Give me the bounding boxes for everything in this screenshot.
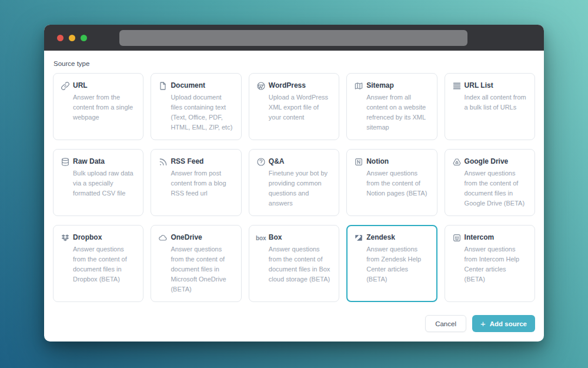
card-title: Document [171,81,233,91]
card-description: Finetune your bot by providing common qu… [269,168,332,208]
database-icon [61,157,70,167]
url-bar[interactable] [119,30,467,46]
cancel-button[interactable]: Cancel [425,315,466,332]
card-description: Answer questions from the content of doc… [171,244,233,294]
zendesk-icon [354,233,363,243]
card-title: Dropbox [73,233,136,243]
source-card-onedrive[interactable]: OneDrive Answer questions from the conte… [151,225,241,302]
card-title: Raw Data [73,157,136,167]
onedrive-icon [158,233,168,243]
card-title: Zendesk [366,233,429,243]
card-title: OneDrive [171,233,233,243]
wordpress-icon [256,81,266,91]
card-description: Answer questions from the content of doc… [269,244,332,284]
card-title: Q&A [269,157,332,167]
traffic-lights [57,35,87,41]
minimize-button[interactable] [69,35,75,41]
card-description: Answer from post content from a blog RSS… [171,168,233,198]
source-card-url[interactable]: URL Answer from the content from a singl… [53,73,143,140]
card-description: Answer from the content from a single we… [73,92,136,122]
dropbox-icon [61,233,70,243]
maximize-button[interactable] [81,35,87,41]
card-title: Box [269,233,332,243]
list-icon [452,81,462,91]
card-title: Intercom [465,233,527,243]
notion-icon [354,157,363,167]
add-source-button[interactable]: + Add source [472,315,535,332]
card-title: Sitemap [366,81,429,91]
plus-icon: + [480,319,486,328]
browser-window: Source type URL Answer from the content … [44,25,544,342]
source-card-wordpress[interactable]: WordPress Upload a WordPress XML export … [249,73,339,140]
box-icon: box [256,233,266,243]
footer-actions: Cancel + Add source [53,306,535,332]
google-drive-icon [452,157,462,167]
card-description: Answer questions from Intercom Help Cent… [465,244,527,284]
source-type-panel: Source type URL Answer from the content … [44,51,544,342]
document-icon [158,81,168,91]
rss-icon [158,157,168,167]
card-description: Answer questions from Zendesk Help Cente… [366,244,429,284]
question-icon [256,157,266,167]
source-type-label: Source type [54,60,535,67]
card-title: WordPress [269,81,332,91]
source-card-box[interactable]: box Box Answer questions from the conten… [249,225,339,302]
card-title: Google Drive [465,157,527,167]
source-card-google-drive[interactable]: Google Drive Answer questions from the c… [445,149,535,216]
card-description: Index all content from a bulk list of UR… [465,92,527,112]
sitemap-icon [354,81,363,91]
card-description: Answer from all content on a website ref… [366,92,429,132]
source-card-raw-data[interactable]: Raw Data Bulk upload raw data via a spec… [53,149,143,216]
source-card-sitemap[interactable]: Sitemap Answer from all content on a web… [346,73,437,140]
card-description: Answer questions from the content of doc… [465,168,527,208]
intercom-icon [452,233,462,243]
link-icon [61,81,70,91]
source-card-rss-feed[interactable]: RSS Feed Answer from post content from a… [151,149,241,216]
source-card-intercom[interactable]: Intercom Answer questions from Intercom … [445,225,535,302]
source-card-url-list[interactable]: URL List Index all content from a bulk l… [445,73,535,140]
source-card-dropbox[interactable]: Dropbox Answer questions from the conten… [53,225,143,302]
card-description: Upload document files containing text (T… [171,92,233,132]
source-card-grid: URL Answer from the content from a singl… [53,73,535,302]
card-description: Answer questions from the content of Not… [366,168,429,198]
card-description: Bulk upload raw data via a specially for… [73,168,136,198]
source-card-notion[interactable]: Notion Answer questions from the content… [346,149,437,216]
card-title: URL [73,81,136,91]
close-button[interactable] [57,35,64,41]
card-title: URL List [465,81,527,91]
source-card-zendesk[interactable]: Zendesk Answer questions from Zendesk He… [346,225,437,302]
card-description: Answer questions from the content of doc… [73,244,136,284]
card-title: Notion [366,157,429,167]
source-card-document[interactable]: Document Upload document files containin… [151,73,241,140]
card-description: Upload a WordPress XML export file of yo… [269,92,332,122]
source-card-qa[interactable]: Q&A Finetune your bot by providing commo… [249,149,339,216]
add-source-label: Add source [490,320,527,327]
title-bar [44,25,544,51]
card-title: RSS Feed [171,157,233,167]
